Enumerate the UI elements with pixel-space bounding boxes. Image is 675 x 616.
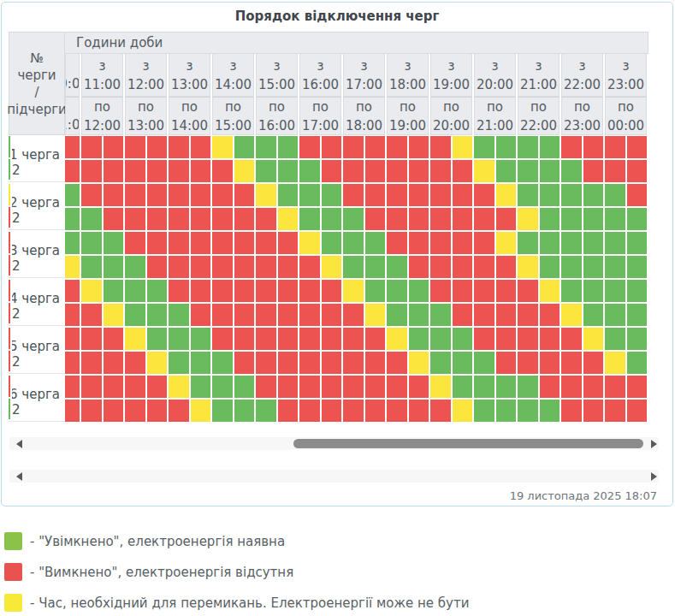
hour-column-header: з21:00по22:00 [518, 54, 560, 135]
schedule-cell [278, 280, 299, 302]
subqueue-number: 2 [12, 402, 65, 418]
schedule-cell [605, 232, 625, 254]
schedule-cell [474, 160, 494, 182]
schedule-cell [125, 160, 145, 182]
queue-name: 4 черга [12, 291, 60, 306]
schedule-cell [561, 376, 582, 398]
schedule-cell [583, 304, 604, 326]
schedule-cell [605, 256, 625, 278]
schedule-cell [256, 328, 276, 350]
schedule-cell [583, 256, 604, 278]
hour-from-cell: з14:00 [212, 54, 254, 97]
schedule-row [65, 328, 647, 350]
legend-item-switching: - Час, необхідний для перемикань. Електр… [4, 594, 675, 612]
scroll-right-arrow-icon[interactable] [651, 472, 657, 481]
corner-header: № черги / підчерги [9, 32, 65, 135]
scrollbar-thumb[interactable] [293, 439, 643, 448]
schedule-cell [627, 232, 648, 254]
schedule-cell [605, 160, 625, 182]
schedule-cell [191, 376, 211, 398]
schedule-cell [81, 304, 102, 326]
schedule-cell [627, 280, 648, 302]
schedule-cell [387, 400, 407, 422]
schedule-cell [104, 232, 124, 254]
schedule-cell [430, 400, 451, 422]
corner-line-2: / [34, 84, 38, 101]
schedule-row [65, 304, 647, 326]
schedule-row [65, 232, 647, 254]
schedule-cell [627, 136, 648, 158]
schedule-cell [65, 400, 80, 422]
schedule-cell [322, 280, 342, 302]
schedule-cell [474, 208, 494, 230]
schedule-cell [278, 232, 299, 254]
hour-from-cell: з11:00 [81, 54, 123, 97]
schedule-cell [605, 184, 625, 206]
corner-line-1: № черги [9, 50, 64, 84]
schedule-cell [496, 400, 517, 422]
schedule-cell [104, 304, 124, 326]
schedule-cell [65, 256, 80, 278]
hour-to-cell: по21:00 [474, 97, 516, 135]
schedule-cell [518, 280, 538, 302]
schedule-cell [65, 184, 80, 206]
schedule-cell [365, 328, 386, 350]
hour-column-header: з16:00по17:00 [299, 54, 341, 135]
schedule-cell [583, 232, 604, 254]
schedule-cell [561, 304, 582, 326]
schedule-cell [81, 256, 102, 278]
scrollbar-track[interactable] [30, 439, 643, 448]
hour-to-cell: по18:00 [343, 97, 385, 135]
schedule-row [65, 400, 647, 422]
schedule-cell [147, 304, 168, 326]
hour-from-cell: з18:00 [387, 54, 429, 97]
queue-name: 3 черга [12, 243, 60, 258]
schedule-cell [299, 352, 320, 374]
schedule-cell [518, 208, 538, 230]
schedule-cell [540, 136, 560, 158]
hour-from-cell: з21:00 [518, 54, 560, 97]
table-horizontal-scrollbar[interactable] [9, 437, 659, 450]
schedule-cell [65, 208, 80, 230]
hour-from-cell: з12:00 [125, 54, 167, 97]
schedule-cell [540, 280, 560, 302]
queue-label: 2 черга2 [10, 184, 65, 229]
schedule-cell [409, 280, 429, 302]
schedule-cell [453, 352, 473, 374]
legend-item-off: - "Вимкнено", електроенергія відсутня [4, 563, 675, 581]
schedule-cell [387, 184, 407, 206]
schedule-cell [343, 136, 364, 158]
schedule-cell [518, 328, 538, 350]
hour-column-header: з15:00по16:00 [256, 54, 298, 135]
schedule-cell [453, 376, 473, 398]
schedule-cell [212, 352, 233, 374]
outer-horizontal-scrollbar[interactable] [9, 470, 659, 483]
schedule-cell [147, 136, 168, 158]
schedule-cell [169, 352, 189, 374]
schedule-cell [474, 280, 494, 302]
schedule-cell [343, 160, 364, 182]
schedule-cell [191, 184, 211, 206]
schedule-cell [496, 232, 517, 254]
schedule-row [65, 256, 647, 278]
schedule-cell [430, 184, 451, 206]
schedule-cell [430, 256, 451, 278]
queue-name: 2 черга [12, 195, 60, 210]
scroll-right-arrow-icon[interactable] [651, 440, 657, 448]
subqueue-number: 2 [12, 354, 65, 370]
hour-to-cell: по12:00 [81, 97, 123, 135]
hour-column-header: з13:00по14:00 [169, 54, 210, 135]
schedule-cell [496, 184, 517, 206]
schedule-cell [583, 328, 604, 350]
schedule-cell [343, 208, 364, 230]
schedule-cell [387, 328, 407, 350]
schedule-cell [583, 280, 604, 302]
schedule-row [65, 136, 647, 158]
scroll-left-arrow-icon[interactable] [16, 440, 22, 448]
scroll-left-arrow-icon[interactable] [16, 472, 22, 481]
schedule-cell [453, 304, 473, 326]
schedule-cell [409, 352, 429, 374]
schedule-cell [474, 136, 494, 158]
schedule-cell [387, 232, 407, 254]
schedule-cell [518, 256, 538, 278]
